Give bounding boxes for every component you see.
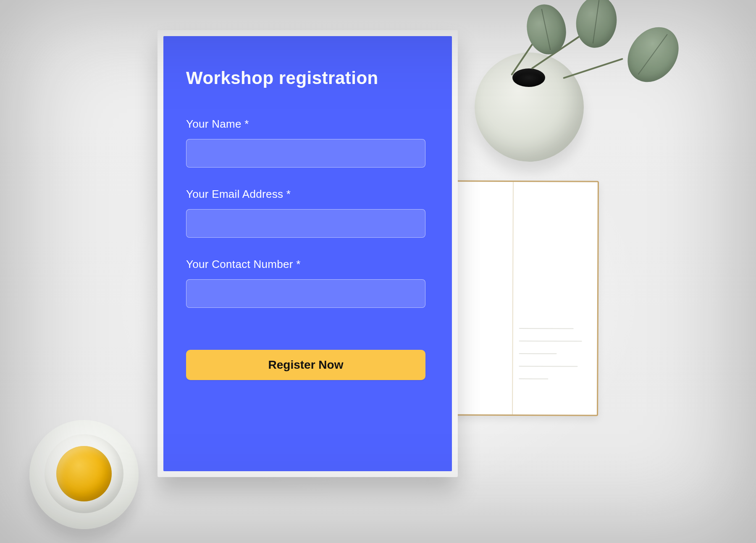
field-email: Your Email Address * xyxy=(186,188,429,238)
form-title: Workshop registration xyxy=(186,68,429,88)
register-button[interactable]: Register Now xyxy=(186,350,425,380)
desk-scene: Workshop registration Your Name * Your E… xyxy=(0,0,756,543)
form-card: Workshop registration Your Name * Your E… xyxy=(158,30,458,477)
plant-leaf xyxy=(617,17,689,92)
vase-prop xyxy=(475,52,584,162)
field-name: Your Name * xyxy=(186,118,429,168)
field-contact: Your Contact Number * xyxy=(186,258,429,308)
contact-input[interactable] xyxy=(186,279,425,308)
plant-leaf xyxy=(573,0,620,50)
name-label: Your Name * xyxy=(186,118,429,131)
email-label: Your Email Address * xyxy=(186,188,429,201)
contact-label: Your Contact Number * xyxy=(186,258,429,271)
email-input[interactable] xyxy=(186,209,425,238)
plant-stem xyxy=(563,58,623,79)
tea-liquid-prop xyxy=(56,446,112,501)
form-card-inner: Workshop registration Your Name * Your E… xyxy=(163,36,452,471)
name-input[interactable] xyxy=(186,139,425,168)
